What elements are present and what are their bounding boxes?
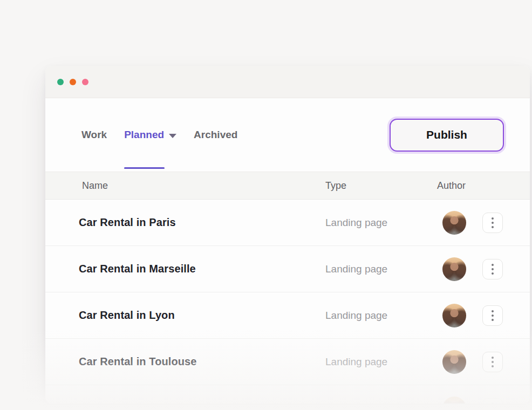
column-header-name: Name bbox=[82, 180, 325, 192]
toolbar: Work Planned Archived Publish bbox=[45, 98, 530, 172]
traffic-lights bbox=[57, 79, 88, 85]
author-avatar bbox=[442, 397, 466, 404]
row-type: Landing page bbox=[325, 217, 437, 229]
row-name: Car Rental in Toulouse bbox=[79, 356, 325, 368]
row-menu-button[interactable] bbox=[482, 305, 503, 326]
kebab-dot-icon bbox=[492, 310, 494, 312]
column-header-type: Type bbox=[325, 180, 437, 192]
table-row[interactable]: Car Rental in Marseille Landing page bbox=[45, 246, 530, 292]
tab-bar: Work Planned Archived bbox=[81, 98, 237, 172]
kebab-dot-icon bbox=[492, 264, 494, 266]
table-row-partial[interactable] bbox=[45, 385, 530, 404]
row-menu-button[interactable] bbox=[482, 398, 503, 404]
table-row[interactable]: Car Rental in Toulouse Landing page bbox=[45, 339, 530, 385]
tab-work[interactable]: Work bbox=[81, 98, 107, 172]
titlebar bbox=[45, 66, 530, 98]
table-row[interactable]: Car Rental in Lyon Landing page bbox=[45, 292, 530, 339]
tab-planned-label: Planned bbox=[124, 129, 164, 141]
kebab-dot-icon bbox=[492, 361, 494, 363]
kebab-dot-icon bbox=[492, 222, 494, 224]
kebab-dot-icon bbox=[492, 315, 494, 317]
kebab-dot-icon bbox=[492, 268, 494, 270]
author-avatar bbox=[442, 257, 466, 281]
tab-archived-label: Archived bbox=[194, 129, 237, 141]
kebab-dot-icon bbox=[492, 217, 494, 220]
row-name: Car Rental in Marseille bbox=[79, 263, 325, 275]
row-name: Car Rental in Paris bbox=[79, 216, 325, 229]
kebab-dot-icon bbox=[492, 357, 494, 359]
publish-button[interactable]: Publish bbox=[390, 119, 504, 152]
kebab-dot-icon bbox=[492, 365, 494, 367]
author-avatar bbox=[442, 304, 466, 327]
tab-work-label: Work bbox=[81, 129, 107, 141]
kebab-dot-icon bbox=[492, 226, 494, 228]
kebab-dot-icon bbox=[492, 272, 494, 275]
row-menu-button[interactable] bbox=[482, 352, 503, 372]
row-menu-button[interactable] bbox=[482, 259, 503, 279]
table-row[interactable]: Car Rental in Paris Landing page bbox=[45, 200, 530, 246]
row-type: Landing page bbox=[325, 356, 437, 368]
author-avatar bbox=[442, 350, 466, 374]
row-name: Car Rental in Lyon bbox=[79, 309, 325, 322]
active-tab-underline bbox=[124, 167, 165, 169]
traffic-light-orange-icon[interactable] bbox=[70, 79, 76, 85]
author-avatar bbox=[442, 211, 466, 235]
table-header: Name Type Author bbox=[45, 172, 530, 200]
traffic-light-green-icon[interactable] bbox=[57, 79, 64, 85]
kebab-dot-icon bbox=[492, 403, 494, 404]
row-type: Landing page bbox=[325, 263, 437, 275]
tab-planned[interactable]: Planned bbox=[124, 98, 176, 172]
kebab-dot-icon bbox=[492, 319, 494, 321]
row-menu-button[interactable] bbox=[482, 213, 503, 233]
row-type: Landing page bbox=[325, 310, 437, 322]
traffic-light-pink-icon[interactable] bbox=[82, 79, 88, 85]
chevron-down-icon bbox=[169, 134, 176, 138]
tab-archived[interactable]: Archived bbox=[194, 98, 237, 172]
app-window: Work Planned Archived Publish Name Type … bbox=[45, 66, 530, 404]
column-header-author: Author bbox=[437, 180, 482, 192]
